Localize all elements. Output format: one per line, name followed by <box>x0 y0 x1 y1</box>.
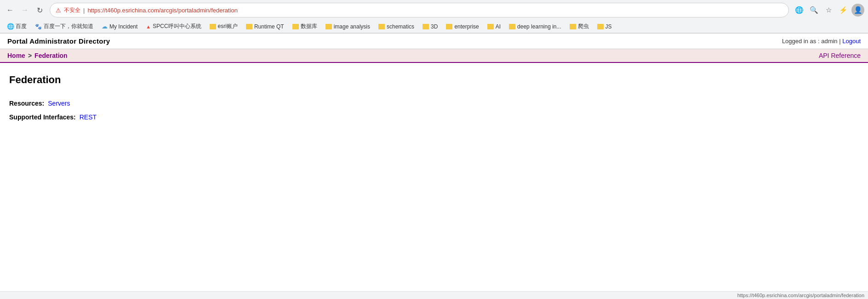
address-bar[interactable]: ⚠ 不安全 | https://t460p.esrichina.com/arcg… <box>50 3 789 17</box>
zoom-button[interactable]: 🔍 <box>807 4 820 17</box>
bookmark-label: JS <box>605 23 612 30</box>
servers-link[interactable]: Servers <box>48 100 70 107</box>
rest-link[interactable]: REST <box>80 113 97 121</box>
translate-button[interactable]: 🌐 <box>793 4 805 17</box>
api-reference-link[interactable]: API Reference <box>819 52 861 59</box>
portal-title: Portal Administrator Directory <box>7 37 110 45</box>
bookmark-database[interactable]: 数据库 <box>289 21 321 32</box>
forward-button[interactable]: → <box>18 4 31 17</box>
extensions-button[interactable]: ⚡ <box>837 4 850 17</box>
breadcrumb: Home > Federation <box>7 52 68 59</box>
user-info: Logged in as : admin | Logout <box>782 38 861 45</box>
bookmark-label: deep learning in... <box>517 23 561 30</box>
bookmarks-bar: 🌐 百度 🐾 百度一下，你就知道 ☁ My Incident ▲ SPCC呼叫中… <box>0 20 868 33</box>
logged-in-label: Logged in as : <box>782 38 820 45</box>
folder-icon <box>378 24 385 29</box>
breadcrumb-home-link[interactable]: Home <box>7 52 25 59</box>
page-content: Portal Administrator Directory Logged in… <box>0 34 868 138</box>
logout-link[interactable]: Logout <box>842 38 861 45</box>
folder-icon <box>423 24 429 29</box>
portal-header: Portal Administrator Directory Logged in… <box>0 34 868 49</box>
bookmark-baidu[interactable]: 🌐 百度 <box>4 21 30 32</box>
bookmark-schematics[interactable]: schematics <box>375 22 418 31</box>
breadcrumb-separator: > <box>28 52 32 59</box>
cloud-icon: ☁ <box>102 23 108 30</box>
interfaces-label: Supported Interfaces: <box>9 113 76 121</box>
bookmark-label: schematics <box>387 23 414 30</box>
bookmark-image-analysis[interactable]: image analysis <box>322 22 374 31</box>
globe-icon: 🌐 <box>7 23 14 30</box>
bookmark-3d[interactable]: 3D <box>419 22 441 31</box>
nav-buttons: ← → ↻ <box>4 4 46 17</box>
browser-actions: 🌐 🔍 ☆ ⚡ 👤 <box>793 4 864 17</box>
breadcrumb-bar: Home > Federation API Reference <box>0 49 868 63</box>
folder-icon <box>570 24 576 29</box>
bookmark-label: AI <box>496 23 501 30</box>
bookmark-label: 数据库 <box>301 23 317 30</box>
reload-button[interactable]: ↻ <box>33 4 46 17</box>
bookmark-my-incident[interactable]: ☁ My Incident <box>98 22 141 31</box>
folder-icon <box>292 24 299 29</box>
bookmark-label: Runtime QT <box>254 23 284 30</box>
username: admin <box>821 38 837 45</box>
bookmark-label: 百度一下，你就知道 <box>44 23 93 30</box>
folder-icon <box>446 24 452 29</box>
browser-titlebar: ← → ↻ ⚠ 不安全 | https://t460p.esrichina.co… <box>0 0 868 20</box>
bookmark-label: image analysis <box>334 23 370 30</box>
bookmark-deep-learning[interactable]: deep learning in... <box>505 22 565 31</box>
bookmark-label: 爬虫 <box>578 23 589 30</box>
bookmark-label: 百度 <box>16 23 27 30</box>
api-reference: API Reference <box>819 52 861 59</box>
bookmark-ai[interactable]: AI <box>484 22 504 31</box>
main-content: Federation Resources: Servers Supported … <box>0 63 868 138</box>
folder-icon <box>487 24 494 29</box>
bookmark-label: My Incident <box>109 23 137 30</box>
bookmark-crawler[interactable]: 爬虫 <box>566 21 593 32</box>
bookmark-label: esri账户 <box>218 23 238 30</box>
page-heading: Federation <box>9 74 859 86</box>
bookmark-esri-account[interactable]: esri账户 <box>206 21 241 32</box>
bookmark-spcc[interactable]: ▲ SPCC呼叫中心系统 <box>142 21 205 32</box>
paw-icon: 🐾 <box>35 23 42 30</box>
url-separator: | <box>83 7 85 14</box>
folder-icon <box>246 24 252 29</box>
folder-icon <box>597 24 604 29</box>
security-warning-text: 不安全 <box>64 6 80 14</box>
back-button[interactable]: ← <box>4 4 17 17</box>
security-warning-icon: ⚠ <box>56 7 61 14</box>
bookmark-label: enterprise <box>454 23 479 30</box>
bookmark-js[interactable]: JS <box>594 22 616 31</box>
url-text: https://t460p.esrichina.com/arcgis/porta… <box>87 7 238 14</box>
profile-button[interactable]: 👤 <box>851 4 864 17</box>
bookmark-label: 3D <box>431 23 438 30</box>
bookmark-runtime-qt[interactable]: Runtime QT <box>242 22 288 31</box>
resources-row: Resources: Servers <box>9 100 859 107</box>
bookmark-enterprise[interactable]: enterprise <box>442 22 482 31</box>
folder-icon <box>210 24 216 29</box>
bookmark-label: SPCC呼叫中心系统 <box>153 23 201 30</box>
folder-icon <box>509 24 515 29</box>
breadcrumb-current-link[interactable]: Federation <box>34 52 68 59</box>
resources-label: Resources: <box>9 100 44 107</box>
bookmark-button[interactable]: ☆ <box>822 4 835 17</box>
triangle-icon: ▲ <box>146 24 151 29</box>
bookmark-baidu-search[interactable]: 🐾 百度一下，你就知道 <box>31 21 97 32</box>
folder-icon <box>326 24 332 29</box>
interfaces-row: Supported Interfaces: REST <box>9 113 859 121</box>
browser-chrome: ← → ↻ ⚠ 不安全 | https://t460p.esrichina.co… <box>0 0 868 34</box>
